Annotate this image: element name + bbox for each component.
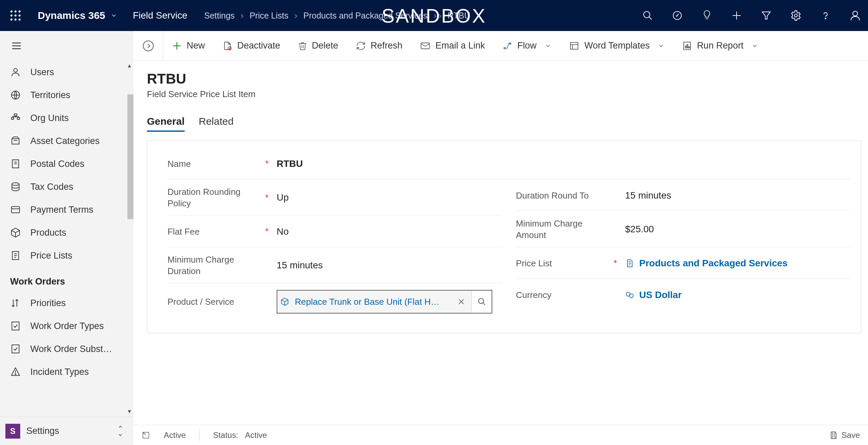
- lookup-value: Replace Trunk or Base Unit (Flat H…: [292, 297, 451, 307]
- sidebar-item-label: Work Order Subst…: [30, 344, 112, 354]
- field-value: Products and Packaged Services: [639, 258, 787, 269]
- svg-line-10: [649, 17, 652, 20]
- svg-point-18: [853, 11, 858, 16]
- svg-line-71: [143, 432, 146, 435]
- go-back-button[interactable]: [133, 31, 163, 60]
- field-product-service[interactable]: Product / Service Replace Trunk or Base …: [167, 283, 502, 320]
- search-icon[interactable]: [642, 9, 654, 22]
- sidebar-item-label: Users: [30, 67, 54, 78]
- field-value: Up: [277, 192, 502, 203]
- field-price-list[interactable]: Price List * Products and Packaged Servi…: [516, 247, 851, 279]
- field-duration-rounding-policy[interactable]: Duration Rounding Policy * Up: [167, 179, 502, 215]
- form-area: RTBU Field Service Price List Item Gener…: [133, 61, 868, 425]
- sidebar-item[interactable]: Incident Types: [0, 360, 133, 383]
- field-label: Product / Service: [167, 296, 265, 307]
- sidebar-item[interactable]: Postal Codes: [0, 152, 133, 175]
- global-nav-bar: Dynamics 365 Field Service Settings› Pri…: [0, 0, 868, 31]
- svg-point-0: [10, 10, 12, 12]
- field-min-charge-duration[interactable]: Minimum Charge Duration 15 minutes: [167, 247, 502, 283]
- sidebar-item[interactable]: Price Lists: [0, 244, 133, 267]
- field-value: US Dollar: [639, 290, 682, 300]
- sidebar-item[interactable]: Payment Terms: [0, 198, 133, 221]
- lookup-control[interactable]: Replace Trunk or Base Unit (Flat H…: [277, 290, 492, 314]
- gear-icon[interactable]: [790, 9, 802, 22]
- crumb[interactable]: Settings: [204, 11, 235, 21]
- area-switcher[interactable]: S Settings ⌃⌄: [0, 417, 133, 445]
- search-icon[interactable]: [471, 291, 492, 313]
- delete-button[interactable]: Delete: [289, 31, 347, 60]
- sidebar-item[interactable]: Org Units: [0, 107, 133, 129]
- cmd-label: Delete: [312, 40, 338, 51]
- field-flat-fee[interactable]: Flat Fee * No: [167, 215, 502, 247]
- user-icon[interactable]: [849, 9, 861, 22]
- field-value: $25.00: [625, 224, 851, 235]
- svg-rect-54: [421, 43, 430, 49]
- sidebar-item-label: Postal Codes: [30, 159, 85, 169]
- status-label: Status:: [213, 431, 238, 440]
- field-label: Price List: [516, 258, 614, 269]
- svg-point-49: [143, 41, 153, 51]
- svg-point-7: [14, 19, 17, 21]
- tab-related[interactable]: Related: [199, 116, 234, 132]
- nav-icon: [10, 158, 21, 169]
- crumb[interactable]: Price Lists: [250, 11, 288, 21]
- run-report-button[interactable]: Run Report: [673, 31, 767, 60]
- area-name: Settings: [26, 426, 59, 436]
- nav-icon: [10, 204, 21, 215]
- sidebar-item[interactable]: Tax Codes: [0, 175, 133, 198]
- popout-icon[interactable]: [142, 431, 150, 440]
- add-icon[interactable]: [731, 9, 743, 22]
- app-launcher-button[interactable]: [0, 9, 31, 22]
- sidebar-item[interactable]: Work Order Subst…: [0, 337, 133, 360]
- sitemap-toggle-button[interactable]: [0, 31, 133, 61]
- sidebar-item[interactable]: Products: [0, 221, 133, 244]
- sidebar-item[interactable]: Work Order Types: [0, 315, 133, 337]
- field-duration-round-to[interactable]: Duration Round To 15 minutes: [516, 179, 851, 211]
- svg-point-9: [644, 11, 650, 18]
- field-value: 15 minutes: [625, 190, 851, 201]
- field-label: Minimum Charge Duration: [167, 254, 265, 277]
- refresh-button[interactable]: Refresh: [347, 31, 411, 60]
- new-button[interactable]: New: [163, 31, 214, 60]
- sidebar-item-label: Org Units: [30, 113, 69, 123]
- lookup-link[interactable]: US Dollar: [625, 290, 682, 300]
- module-name[interactable]: Field Service: [133, 10, 187, 21]
- chevron-down-icon: [751, 42, 758, 49]
- svg-rect-37: [11, 207, 20, 213]
- tab-general[interactable]: General: [147, 116, 185, 132]
- scroll-down-icon[interactable]: ▼: [127, 409, 132, 415]
- svg-marker-15: [762, 12, 770, 19]
- form-footer: Active Status: Active Save: [133, 425, 868, 445]
- field-min-charge-amount[interactable]: Minimum Charge Amount $25.00: [516, 211, 851, 247]
- field-currency[interactable]: Currency US Dollar: [516, 279, 851, 310]
- scrollbar-thumb[interactable]: [127, 94, 133, 219]
- flow-button[interactable]: Flow: [494, 31, 560, 60]
- sidebar-item[interactable]: Users: [0, 61, 133, 84]
- field-label: Duration Rounding Policy: [167, 186, 265, 209]
- save-button[interactable]: Save: [829, 431, 860, 440]
- task-flow-icon[interactable]: [671, 9, 683, 22]
- assistant-icon[interactable]: [701, 9, 713, 22]
- nav-icon: [10, 250, 21, 261]
- sidebar-item[interactable]: Priorities: [0, 292, 133, 315]
- email-link-button[interactable]: Email a Link: [411, 31, 494, 60]
- field-name[interactable]: Name * RTBU: [167, 148, 851, 179]
- nav-icon: [10, 366, 21, 377]
- filter-icon[interactable]: [760, 9, 772, 22]
- deactivate-button[interactable]: Deactivate: [214, 31, 289, 60]
- svg-point-36: [12, 183, 19, 185]
- nav-icon: [10, 227, 21, 238]
- cmd-label: New: [187, 40, 205, 51]
- word-templates-button[interactable]: Word Templates: [560, 31, 673, 60]
- svg-point-2: [19, 10, 21, 12]
- clear-icon[interactable]: [451, 291, 471, 313]
- help-icon[interactable]: [819, 9, 832, 22]
- sidebar-item[interactable]: Asset Categories: [0, 129, 133, 152]
- app-name-switcher[interactable]: Dynamics 365: [38, 10, 117, 21]
- sidebar-item-label: Tax Codes: [30, 182, 73, 192]
- nav-icon: [10, 298, 21, 308]
- scroll-up-icon[interactable]: ▲: [127, 63, 132, 69]
- sidebar-item[interactable]: Territories: [0, 84, 133, 107]
- cmd-label: Flow: [517, 40, 536, 51]
- lookup-link[interactable]: Products and Packaged Services: [625, 258, 787, 269]
